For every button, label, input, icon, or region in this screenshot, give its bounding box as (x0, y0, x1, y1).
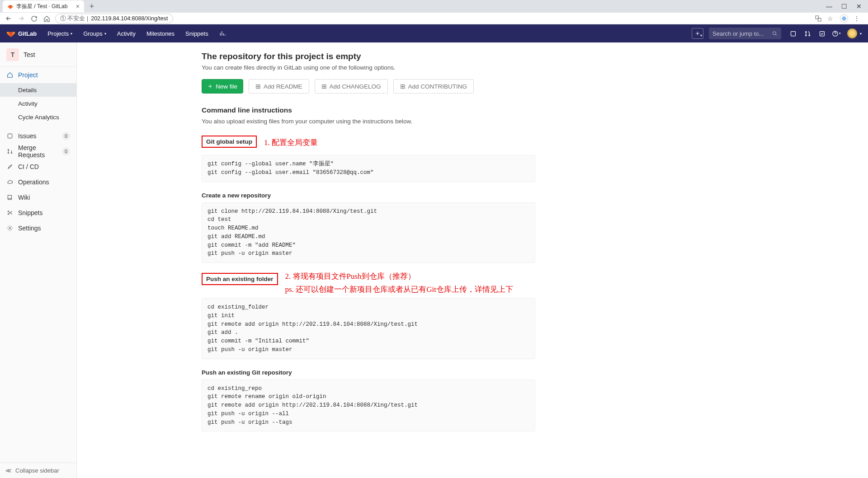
svg-point-4 (805, 31, 807, 33)
svg-point-5 (805, 35, 807, 36)
profile-avatar-icon[interactable] (840, 14, 848, 23)
tab-bar: 李振星 / Test · GitLab × + — ☐ ✕ (0, 0, 868, 13)
svg-rect-9 (8, 134, 12, 138)
home-icon (6, 71, 14, 79)
todos-shortcut-icon[interactable] (816, 27, 828, 40)
push-folder-heading: Push an existing folder (202, 273, 278, 285)
main-content: The repository for this project is empty… (77, 42, 868, 478)
push-repo-heading: Push an existing Git repository (202, 369, 292, 376)
svg-point-12 (11, 152, 12, 153)
issues-shortcut-icon[interactable] (787, 27, 799, 40)
sidebar-item-wiki[interactable]: Wiki (0, 190, 76, 205)
url-text: 202.119.84.104:8088/Xing/test (91, 15, 168, 22)
sidebar-item-cicd[interactable]: CI / CD (0, 159, 76, 174)
plus-box-icon: ⊞ (255, 83, 261, 90)
scissors-icon (6, 209, 14, 216)
issues-icon (6, 132, 14, 140)
user-menu-caret-icon[interactable]: ▾ (860, 32, 862, 36)
project-avatar: T (6, 48, 19, 61)
mr-count-badge: 0 (62, 147, 70, 155)
gitlab-icon (6, 29, 15, 38)
code-push-repo: cd existing_repo git remote rename origi… (202, 380, 535, 432)
reload-icon[interactable] (30, 14, 38, 23)
svg-point-6 (809, 35, 810, 36)
annotation-2: 2. 将现有项目文件Push到仓库（推荐） (285, 271, 513, 281)
plus-box-icon: ⊞ (321, 83, 327, 90)
sidebar-item-snippets[interactable]: Snippets (0, 205, 76, 220)
plus-box-icon: ⊞ (400, 83, 406, 90)
code-global-setup: git config --global user.name "李振星" git … (202, 155, 535, 182)
browser-tab[interactable]: 李振星 / Test · GitLab × (3, 0, 84, 12)
close-icon[interactable]: × (76, 3, 80, 9)
svg-point-15 (9, 227, 11, 229)
nav-activity[interactable]: Activity (113, 24, 140, 42)
menu-icon[interactable]: ⋮ (854, 15, 861, 22)
add-readme-button[interactable]: ⊞Add README (249, 79, 309, 94)
mr-shortcut-icon[interactable] (801, 27, 814, 40)
gitlab-logo[interactable]: GitLab (6, 29, 37, 38)
project-name: Test (24, 51, 35, 58)
translate-icon[interactable] (815, 15, 822, 22)
maximize-icon[interactable]: ☐ (841, 3, 847, 10)
annotation-1: 1. 配置全局变量 (264, 137, 318, 148)
nav-graph-icon[interactable] (215, 24, 230, 42)
window-controls: — ☐ ✕ (826, 3, 868, 10)
new-file-button[interactable]: New file (202, 79, 243, 94)
search-input[interactable] (712, 30, 772, 37)
add-contributing-button[interactable]: ⊞Add CONTRIBUTING (393, 79, 474, 94)
svg-point-10 (8, 149, 9, 150)
sidebar-item-settings[interactable]: Settings (0, 220, 76, 236)
svg-point-14 (8, 214, 9, 215)
code-push-folder: cd existing_folder git init git remote a… (202, 298, 535, 359)
new-dropdown-button[interactable]: ▾ (692, 28, 703, 39)
book-icon (6, 194, 14, 201)
issues-count-badge: 0 (62, 132, 70, 140)
home-icon[interactable] (42, 14, 51, 23)
gitlab-topnav: GitLab Projects▾ Groups▾ Activity Milest… (0, 24, 868, 42)
sidebar-item-issues[interactable]: Issues 0 (0, 128, 76, 144)
sidebar-sub-cycle[interactable]: Cycle Analytics (0, 110, 76, 124)
svg-point-2 (773, 32, 776, 35)
git-global-setup-heading: Git global setup (202, 136, 257, 148)
rocket-icon (6, 163, 14, 170)
nav-milestones[interactable]: Milestones (142, 24, 179, 42)
forward-icon[interactable] (17, 14, 25, 23)
add-changelog-button[interactable]: ⊞Add CHANGELOG (315, 79, 388, 94)
tab-title: 李振星 / Test · GitLab (16, 3, 67, 10)
url-field[interactable]: ① 不安全 | 202.119.84.104:8088/Xing/test (55, 14, 173, 23)
sidebar-item-project[interactable]: Project (0, 67, 76, 83)
page-title: The repository for this project is empty (202, 52, 535, 61)
cloud-icon (6, 178, 14, 186)
cli-paragraph: You also upload existing files from your… (202, 118, 535, 125)
back-icon[interactable] (5, 14, 13, 23)
cli-heading: Command line instructions (202, 106, 535, 114)
insecure-label: ① 不安全 | (60, 15, 88, 23)
sidebar-sub-details[interactable]: Details (0, 83, 76, 97)
sidebar-item-operations[interactable]: Operations (0, 174, 76, 190)
new-tab-button[interactable]: + (87, 1, 97, 11)
sidebar-item-mr[interactable]: Merge Requests 0 (0, 144, 76, 159)
nav-snippets[interactable]: Snippets (181, 24, 213, 42)
user-avatar[interactable] (847, 28, 857, 38)
nav-projects[interactable]: Projects▾ (43, 24, 77, 42)
star-icon[interactable]: ☆ (827, 15, 835, 22)
brand-text: GitLab (18, 30, 37, 37)
collapse-sidebar-button[interactable]: ≪ Collapse sidebar (0, 463, 76, 478)
address-bar: ① 不安全 | 202.119.84.104:8088/Xing/test ☆ … (0, 13, 868, 24)
help-icon[interactable]: ▾ (830, 27, 843, 40)
sidebar: T Test Project Details Activity Cycle An… (0, 42, 77, 478)
action-buttons: New file ⊞Add README ⊞Add CHANGELOG ⊞Add… (202, 79, 535, 94)
project-header[interactable]: T Test (0, 42, 76, 67)
svg-point-11 (8, 152, 9, 153)
svg-rect-3 (791, 31, 795, 36)
page-subtitle: You can create files directly in GitLab … (202, 64, 535, 71)
sidebar-sub-activity[interactable]: Activity (0, 97, 76, 110)
close-window-icon[interactable]: ✕ (856, 3, 862, 10)
mr-icon (6, 148, 14, 155)
nav-groups[interactable]: Groups▾ (79, 24, 111, 42)
search-box[interactable] (709, 28, 781, 39)
create-repo-heading: Create a new repository (202, 192, 271, 199)
svg-rect-7 (820, 31, 824, 36)
gear-icon (6, 225, 14, 232)
minimize-icon[interactable]: — (826, 3, 832, 10)
